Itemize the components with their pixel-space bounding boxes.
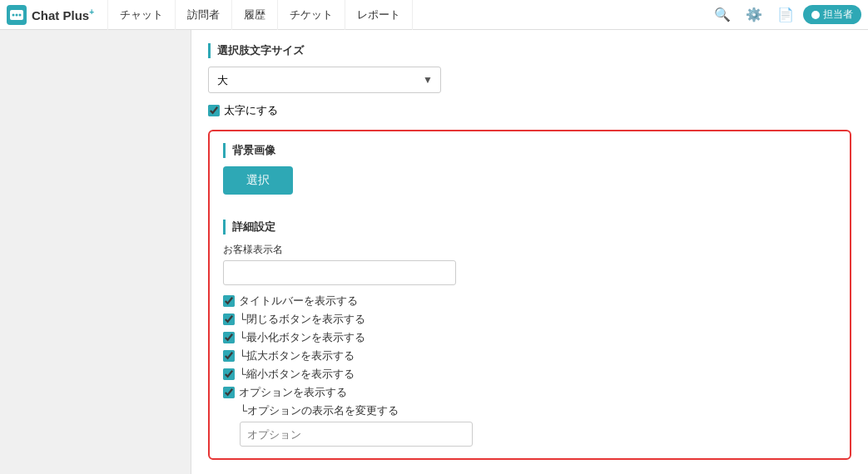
bold-row: 太字にする <box>208 103 851 118</box>
checkbox-titlebar-label[interactable]: タイトルバーを表示する <box>239 294 358 309</box>
nav-item-history[interactable]: 履歴 <box>232 0 278 30</box>
font-size-title: 選択肢文字サイズ <box>208 43 851 58</box>
main-nav: チャット 訪問者 履歴 チケット レポート <box>107 0 708 30</box>
nav-item-report[interactable]: レポート <box>345 0 413 30</box>
logo-icon <box>7 5 27 25</box>
checkbox-row-close: └閉じるボタンを表示する <box>223 312 836 327</box>
logo-area: Chat Plus+ <box>7 5 94 25</box>
font-size-select[interactable]: 大 中 小 <box>208 67 441 93</box>
checkbox-shrink[interactable] <box>223 368 235 380</box>
checkbox-shrink-label[interactable]: └縮小ボタンを表示する <box>239 367 355 382</box>
checkbox-row-shrink: └縮小ボタンを表示する <box>223 367 836 382</box>
detail-title: 詳細設定 <box>223 220 836 235</box>
checkbox-list: タイトルバーを表示する └閉じるボタンを表示する └最小化ボタンを表示する └拡… <box>223 294 836 418</box>
svg-point-2 <box>16 13 18 16</box>
checkbox-close[interactable] <box>223 314 235 325</box>
operator-label: 担当者 <box>823 7 853 22</box>
settings-button[interactable]: ⚙️ <box>740 1 768 29</box>
checkbox-titlebar[interactable] <box>223 295 235 307</box>
option-sub-row: └オプションの表示名を変更する <box>223 403 836 418</box>
checkbox-options-label[interactable]: オプションを表示する <box>239 385 347 400</box>
option-name-input[interactable] <box>240 422 473 447</box>
checkbox-close-label[interactable]: └閉じるボタンを表示する <box>239 312 365 327</box>
checkbox-minimize-label[interactable]: └最小化ボタンを表示する <box>239 330 365 345</box>
nav-item-chat[interactable]: チャット <box>107 0 176 30</box>
right-panel: 選択肢文字サイズ 大 中 小 ▼ 太字にする 背景画像 選択 詳細設定 <box>191 30 868 474</box>
checkbox-row-titlebar: タイトルバーを表示する <box>223 294 836 309</box>
customer-name-label: お客様表示名 <box>223 243 836 257</box>
checkbox-minimize[interactable] <box>223 332 235 343</box>
left-panel <box>0 30 191 474</box>
checkbox-expand[interactable] <box>223 350 235 362</box>
bold-checkbox[interactable] <box>208 105 220 116</box>
header-actions: 🔍 ⚙️ 📄 担当者 <box>708 1 861 29</box>
svg-point-1 <box>12 13 15 16</box>
main-layout: 選択肢文字サイズ 大 中 小 ▼ 太字にする 背景画像 選択 詳細設定 <box>0 30 868 474</box>
bg-title: 背景画像 <box>223 143 836 158</box>
toggle-dot <box>811 11 820 19</box>
search-button[interactable]: 🔍 <box>708 1 737 29</box>
bold-label[interactable]: 太字にする <box>224 103 278 118</box>
operator-badge[interactable]: 担当者 <box>803 5 861 24</box>
checkbox-row-options: オプションを表示する <box>223 385 836 400</box>
checkbox-options[interactable] <box>223 387 235 398</box>
nav-item-visitor[interactable]: 訪問者 <box>176 0 232 30</box>
checkbox-row-minimize: └最小化ボタンを表示する <box>223 330 836 345</box>
bg-section: 背景画像 選択 詳細設定 お客様表示名 タイトルバーを表示する └閉じるボタンを… <box>208 130 851 460</box>
customer-name-input[interactable] <box>223 260 456 285</box>
font-size-section: 選択肢文字サイズ 大 中 小 ▼ <box>208 43 851 93</box>
checkbox-row-expand: └拡大ボタンを表示する <box>223 348 836 363</box>
svg-point-3 <box>19 13 22 16</box>
detail-section: 詳細設定 お客様表示名 タイトルバーを表示する └閉じるボタンを表示する └最小… <box>223 220 836 447</box>
checkbox-expand-label[interactable]: └拡大ボタンを表示する <box>239 348 355 363</box>
header: Chat Plus+ チャット 訪問者 履歴 チケット レポート 🔍 ⚙️ 📄 … <box>0 0 868 30</box>
select-image-button[interactable]: 選択 <box>223 166 293 195</box>
document-button[interactable]: 📄 <box>771 1 800 29</box>
option-sub-label: └オプションの表示名を変更する <box>240 403 399 418</box>
font-size-select-wrapper: 大 中 小 ▼ <box>208 67 441 93</box>
app-title: Chat Plus+ <box>32 7 94 22</box>
nav-item-ticket[interactable]: チケット <box>278 0 345 30</box>
